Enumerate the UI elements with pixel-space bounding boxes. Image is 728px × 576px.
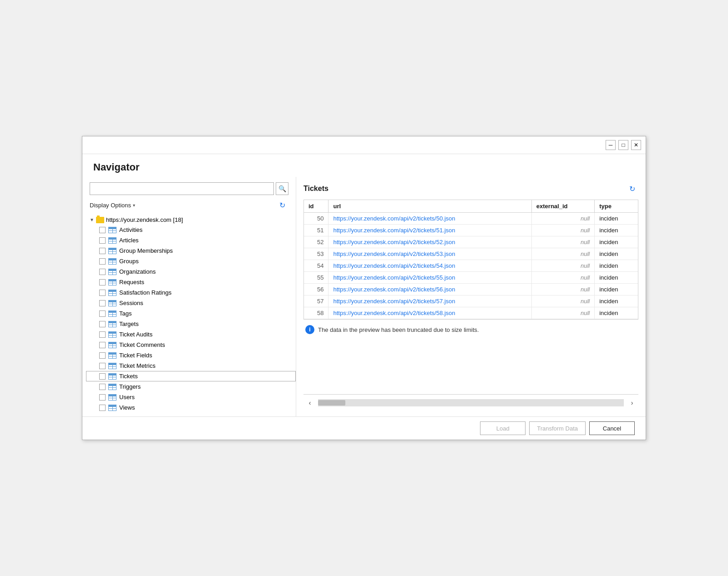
tree-item-checkbox[interactable]: [99, 311, 106, 317]
tree-item[interactable]: Views: [86, 402, 296, 413]
table-icon: [108, 311, 116, 317]
tree-item[interactable]: Articles: [86, 235, 296, 245]
cell-type: inciden: [595, 213, 638, 225]
left-panel-refresh-button[interactable]: ↻: [276, 199, 288, 211]
tree-item-checkbox[interactable]: [99, 279, 106, 285]
tree-item[interactable]: Requests: [86, 277, 296, 287]
right-panel: Tickets ↻ id url external_id type: [296, 177, 646, 416]
table-icon: [108, 331, 116, 338]
preview-refresh-icon: ↻: [629, 185, 635, 193]
table-row: 55https://your.zendesk.com/api/v2/ticket…: [304, 272, 638, 284]
display-options-row: Display Options ▾ ↻: [82, 199, 296, 215]
col-url: url: [329, 200, 531, 213]
tree-item-checkbox[interactable]: [99, 248, 106, 254]
tree-item-checkbox[interactable]: [99, 258, 106, 265]
maximize-button[interactable]: □: [618, 140, 628, 150]
tree-item-checkbox[interactable]: [99, 342, 106, 348]
display-options-button[interactable]: Display Options ▾: [90, 202, 135, 209]
tree-item-label: Satisfaction Ratings: [119, 289, 172, 296]
tree-item[interactable]: Ticket Comments: [86, 340, 296, 350]
tree-item-label: Sessions: [119, 300, 143, 306]
tree-item-checkbox[interactable]: [99, 300, 106, 306]
table-icon: [108, 258, 116, 265]
table-icon: [108, 373, 116, 380]
table-row: 53https://your.zendesk.com/api/v2/ticket…: [304, 248, 638, 260]
tree-item[interactable]: Users: [86, 392, 296, 402]
tree-item-label: Ticket Comments: [119, 341, 165, 348]
tree-item[interactable]: Sessions: [86, 298, 296, 308]
tree-item-checkbox[interactable]: [99, 405, 106, 411]
search-input[interactable]: [90, 182, 274, 195]
table-icon: [108, 227, 116, 233]
title-bar: ─ □ ✕: [82, 136, 646, 154]
tree-item-checkbox[interactable]: [99, 269, 106, 275]
cell-url: https://your.zendesk.com/api/v2/tickets/…: [329, 296, 531, 307]
tree-item-label: Ticket Fields: [119, 352, 152, 359]
cell-type: inciden: [595, 307, 638, 319]
cell-url: https://your.zendesk.com/api/v2/tickets/…: [329, 260, 531, 272]
cell-id: 55: [304, 272, 329, 284]
table-icon: [108, 290, 116, 296]
col-external-id: external_id: [531, 200, 594, 213]
tree-item-checkbox[interactable]: [99, 373, 106, 380]
load-button[interactable]: Load: [480, 421, 526, 435]
close-button[interactable]: ✕: [631, 140, 641, 150]
tree-item[interactable]: Activities: [86, 225, 296, 235]
tree-root[interactable]: ▼ https://your.zendesk.com [18]: [86, 215, 296, 225]
scroll-right-button[interactable]: ›: [626, 396, 638, 409]
tree-item-label: Organizations: [119, 268, 156, 275]
search-button[interactable]: 🔍: [276, 182, 288, 195]
scrollbar-track[interactable]: [318, 399, 624, 406]
scrollbar-thumb[interactable]: [318, 400, 345, 406]
tree-item[interactable]: Targets: [86, 319, 296, 329]
tree-item[interactable]: Organizations: [86, 266, 296, 277]
tree-item-label: Views: [119, 404, 135, 411]
tree-arrow-icon: ▼: [90, 217, 94, 222]
cell-type: inciden: [595, 248, 638, 260]
tree-item-checkbox[interactable]: [99, 237, 106, 244]
preview-refresh-button[interactable]: ↻: [626, 182, 638, 195]
tree-item[interactable]: Ticket Fields: [86, 350, 296, 361]
tree-item-checkbox[interactable]: [99, 321, 106, 327]
transform-data-button[interactable]: Transform Data: [529, 421, 586, 435]
tree-item[interactable]: Tickets: [86, 371, 296, 381]
tree-item-label: Requests: [119, 279, 144, 285]
cell-url: https://your.zendesk.com/api/v2/tickets/…: [329, 284, 531, 296]
cell-external-id: null: [531, 272, 594, 284]
cell-type: inciden: [595, 272, 638, 284]
tree-item[interactable]: Ticket Metrics: [86, 361, 296, 371]
cell-external-id: null: [531, 284, 594, 296]
table-icon: [108, 248, 116, 254]
tree-item-label: Users: [119, 394, 135, 401]
minimize-button[interactable]: ─: [606, 140, 616, 150]
col-id: id: [304, 200, 329, 213]
scroll-left-button[interactable]: ‹: [303, 396, 316, 409]
tree-item[interactable]: Satisfaction Ratings: [86, 287, 296, 298]
tree-item-checkbox[interactable]: [99, 331, 106, 338]
cell-type: inciden: [595, 284, 638, 296]
cancel-button[interactable]: Cancel: [589, 421, 635, 435]
tree-items-container: Activities Articles Group Memberships Gr…: [86, 225, 296, 413]
tree-item-label: Tags: [119, 310, 131, 317]
tree-item[interactable]: Groups: [86, 256, 296, 266]
tree-item-checkbox[interactable]: [99, 227, 106, 233]
info-icon: i: [305, 325, 314, 334]
tree-item[interactable]: Ticket Audits: [86, 329, 296, 340]
cell-id: 56: [304, 284, 329, 296]
tree-item-checkbox[interactable]: [99, 352, 106, 359]
tree-item-checkbox[interactable]: [99, 384, 106, 390]
tree-item[interactable]: Tags: [86, 308, 296, 319]
tree-item[interactable]: Triggers: [86, 381, 296, 392]
tree-area: ▼ https://your.zendesk.com [18] Activiti…: [82, 215, 296, 413]
tree-item[interactable]: Group Memberships: [86, 245, 296, 256]
cell-url: https://your.zendesk.com/api/v2/tickets/…: [329, 272, 531, 284]
footer: Load Transform Data Cancel: [82, 416, 646, 440]
chevron-down-icon: ▾: [133, 203, 135, 208]
table-body: 50https://your.zendesk.com/api/v2/ticket…: [304, 213, 638, 319]
cell-url: https://your.zendesk.com/api/v2/tickets/…: [329, 225, 531, 236]
table-header-row: id url external_id type: [304, 200, 638, 213]
tree-item-checkbox[interactable]: [99, 394, 106, 401]
tree-item-checkbox[interactable]: [99, 290, 106, 296]
cell-id: 54: [304, 260, 329, 272]
tree-item-checkbox[interactable]: [99, 363, 106, 369]
